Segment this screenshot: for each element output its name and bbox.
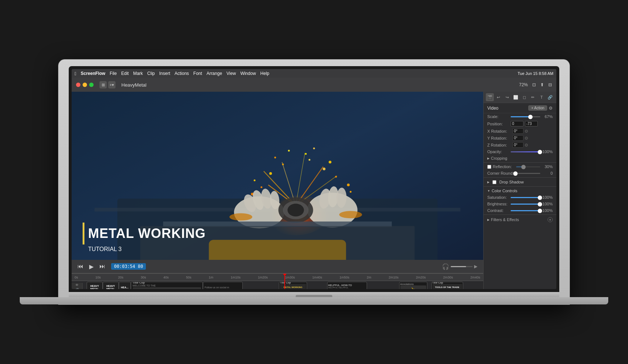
svg-point-22 — [288, 150, 290, 152]
menu-item-edit[interactable]: Edit — [121, 71, 129, 76]
menu-item-screenflow[interactable]: ScreenFlow — [81, 71, 105, 76]
position-row: Position: — [484, 120, 556, 128]
contrast-slider[interactable] — [511, 210, 540, 211]
clip-helpful-howto[interactable]: HELPFUL. HOW-TO HELPFUL HELPFUL HOW-TO'S… — [327, 282, 367, 289]
saturation-slider[interactable] — [511, 197, 540, 198]
text-tool-btn[interactable]: ✏ — [529, 93, 537, 101]
timeline-tracks-container: 👁 🔊 HEAVYMETAL — [72, 281, 483, 289]
color-controls-label: Color Controls — [492, 189, 517, 193]
audio-tool-btn[interactable]: ↩ — [495, 93, 503, 101]
menu-item-window[interactable]: Window — [240, 71, 256, 76]
drop-shadow-checkbox[interactable] — [492, 180, 496, 184]
menu-item-actions[interactable]: Actions — [175, 71, 189, 76]
filters-row: ▶ Filters & Effects + — [484, 216, 556, 224]
clip-heavy-metal-1[interactable]: HEAVYMETAL — [87, 282, 103, 289]
laptop-body:  ScreenFlow File Edit Mark Clip Insert … — [58, 59, 570, 305]
clip-title-metal-working[interactable]: Title Clip METAL WORKING METAL WORK — [279, 282, 307, 289]
menu-item-mark[interactable]: Mark — [133, 71, 143, 76]
z-rotation-input[interactable] — [512, 142, 523, 148]
action-button[interactable]: + Action — [528, 105, 547, 111]
y-rotation-input[interactable] — [512, 135, 523, 141]
y-rotation-dot[interactable] — [525, 137, 528, 140]
reflection-checkbox[interactable] — [487, 165, 491, 169]
pen-tool-btn[interactable]: T — [538, 93, 546, 101]
reflection-value: 30% — [542, 164, 553, 169]
clip-annotations[interactable]: Annotations ↘ — [399, 282, 427, 289]
share-icon[interactable]: ⬆ — [540, 82, 544, 87]
audio-icon-title[interactable]: 🔊 — [75, 288, 79, 289]
video-title-sub: TUTORIAL 3 — [88, 246, 206, 253]
video-section-header: Video + Action ⚙ — [484, 103, 556, 113]
menu-item-clip[interactable]: Clip — [147, 71, 155, 76]
brightness-slider[interactable] — [511, 204, 540, 205]
track-title-content: HEAVYMETAL HEAVYMETAL HEA... — [83, 281, 483, 289]
expand-icon[interactable]: ▶ — [474, 264, 477, 269]
clip-follow[interactable]: Follow us on social m — [203, 282, 243, 289]
track-title-controls: 👁 🔊 — [72, 283, 83, 289]
filters-chevron: ▶ — [487, 218, 489, 221]
color-controls-header[interactable]: ▼ Color Controls — [484, 187, 556, 194]
reflection-row: Reflection: 30% — [484, 163, 556, 170]
opacity-slider[interactable] — [511, 151, 540, 152]
menu-item-insert[interactable]: Insert — [159, 71, 170, 76]
volume-control: 🎧 ▶ — [442, 263, 477, 270]
menu-item-file[interactable]: File — [110, 71, 117, 76]
ruler-2m30s: 2m30s — [443, 276, 453, 279]
svg-point-39 — [339, 211, 362, 218]
laptop-notch — [296, 295, 332, 297]
crop-icon[interactable]: ⊡ — [532, 82, 536, 87]
gear-button[interactable]: ⚙ — [549, 105, 553, 111]
menu-item-help[interactable]: Help — [260, 71, 269, 76]
ruler-2m10s: 2m10s — [389, 276, 398, 279]
ruler-2m20s: 2m20s — [416, 276, 426, 279]
title-bar: ⊞ +▾ HeavyMetal 72% ⊡ ⬆ ⊟ — [72, 78, 556, 92]
menu-item-font[interactable]: Font — [193, 71, 202, 76]
link-tool-btn[interactable]: 🔗 — [546, 93, 554, 101]
clip-tools-of-trade[interactable]: Title Clip TOOLS OF THE TRADE — [431, 282, 464, 289]
close-button[interactable] — [76, 83, 80, 87]
svg-point-13 — [323, 167, 326, 170]
clip-welcome[interactable]: Title Clip WELCOME TO THE WELCOME TO THE… — [131, 282, 203, 289]
playhead[interactable] — [284, 274, 285, 289]
preview-area: METAL WORKING TUTORIAL 3 ⏮ ▶ ⏭ 00:03:54 … — [72, 92, 483, 289]
menu-item-arrange[interactable]: Arrange — [207, 71, 222, 76]
fast-forward-button[interactable]: ⏭ — [99, 263, 105, 270]
x-rotation-input[interactable] — [512, 128, 523, 134]
corner-slider[interactable] — [515, 173, 540, 174]
sidebar-toggle-icon[interactable]: ⊟ — [548, 82, 552, 87]
title-accent-bar — [83, 223, 84, 244]
annotation-tool-btn[interactable]: ◻ — [521, 93, 529, 101]
x-rotation-row: X Rotation: — [484, 128, 556, 134]
layout-btn[interactable]: ⊞ — [99, 81, 107, 88]
screen-tool-btn[interactable]: ↪ — [503, 93, 511, 101]
position-y-input[interactable] — [525, 121, 538, 126]
position-x-input[interactable] — [511, 121, 523, 126]
scale-slider[interactable] — [511, 116, 540, 117]
video-section-actions: + Action ⚙ — [528, 105, 553, 111]
play-button[interactable]: ▶ — [89, 263, 94, 270]
ruler-40s: 40s — [163, 276, 169, 279]
menu-item-view[interactable]: View — [227, 71, 236, 76]
cropping-row[interactable]: ▶ Cropping — [484, 155, 556, 162]
svg-rect-42 — [209, 240, 346, 260]
x-rotation-dot[interactable] — [525, 130, 528, 133]
separator-3 — [484, 186, 556, 187]
reflection-slider[interactable] — [516, 166, 540, 167]
add-btn[interactable]: +▾ — [108, 81, 116, 88]
title-overlay: METAL WORKING TUTORIAL 3 — [83, 223, 206, 253]
ruler-10s: 10s — [95, 276, 101, 279]
add-filter-button[interactable]: + — [548, 217, 553, 222]
svg-point-34 — [288, 204, 304, 216]
z-rotation-dot[interactable] — [525, 144, 528, 147]
timeline-ruler: 0s 10s 20s 30s 40s 50s 1m 1m10s 1m20s — [72, 274, 483, 281]
separator-4 — [484, 215, 556, 215]
eye-icon-title[interactable]: 👁 — [75, 283, 79, 288]
video-tool-btn[interactable]: 🎬 — [486, 93, 494, 101]
clip-heavy-metal-3[interactable]: HEA... — [119, 282, 131, 289]
maximize-button[interactable] — [89, 83, 94, 87]
filters-label: Filters & Effects — [491, 217, 519, 222]
minimize-button[interactable] — [83, 83, 87, 87]
clip-heavy-metal-2[interactable]: HEAVYMETAL — [103, 282, 119, 289]
rewind-button[interactable]: ⏮ — [77, 263, 83, 270]
callout-tool-btn[interactable]: ⬜ — [512, 93, 520, 101]
